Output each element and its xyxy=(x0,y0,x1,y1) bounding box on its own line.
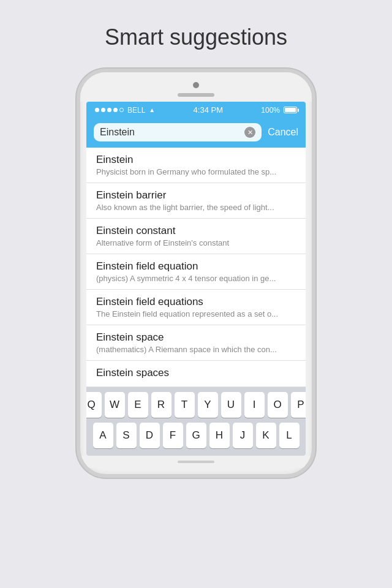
result-desc-4: The Einstein field equation represented … xyxy=(96,309,296,318)
result-item-2[interactable]: Einstein constantAlternative form of Ein… xyxy=(86,219,306,254)
phone-top-bar xyxy=(80,72,312,102)
key-j[interactable]: J xyxy=(233,423,253,448)
key-k[interactable]: K xyxy=(256,423,276,448)
camera-dot xyxy=(193,82,199,88)
battery-icon xyxy=(284,107,297,113)
result-item-6[interactable]: Einstein spaces xyxy=(86,361,306,387)
result-desc-0: Physicist born in Germany who formulated… xyxy=(96,167,296,176)
result-title-0: Einstein xyxy=(96,154,296,166)
speaker-grille xyxy=(178,93,214,97)
key-i[interactable]: I xyxy=(244,392,265,418)
key-t[interactable]: T xyxy=(175,392,195,418)
status-right: 100% xyxy=(261,106,297,115)
result-item-4[interactable]: Einstein field equationsThe Einstein fie… xyxy=(86,290,306,325)
key-l[interactable]: L xyxy=(279,423,300,448)
search-input[interactable] xyxy=(100,127,241,138)
signal-dot-3 xyxy=(107,108,111,112)
signal-dot-2 xyxy=(101,108,105,112)
result-title-5: Einstein space xyxy=(96,331,296,344)
status-bar: BELL ▲ 4:34 PM 100% xyxy=(86,102,306,118)
result-title-1: Einstein barrier xyxy=(96,189,296,202)
search-input-wrapper[interactable]: ✕ xyxy=(94,123,262,141)
result-title-3: Einstein field equation xyxy=(96,260,296,273)
result-item-0[interactable]: EinsteinPhysicist born in Germany who fo… xyxy=(86,148,306,183)
key-a[interactable]: A xyxy=(93,423,113,448)
result-title-6: Einstein spaces xyxy=(96,367,296,379)
result-title-4: Einstein field equations xyxy=(96,296,296,308)
signal-dots xyxy=(95,108,124,112)
key-g[interactable]: G xyxy=(186,423,206,448)
key-d[interactable]: D xyxy=(140,423,160,448)
key-f[interactable]: F xyxy=(163,423,183,448)
key-w[interactable]: W xyxy=(105,392,125,418)
key-h[interactable]: H xyxy=(209,423,230,448)
phone-shell: BELL ▲ 4:34 PM 100% ✕ Cancel Ei xyxy=(77,69,315,478)
home-indicator xyxy=(178,461,214,463)
search-bar: ✕ Cancel xyxy=(86,118,306,148)
result-item-3[interactable]: Einstein field equation(physics) A symme… xyxy=(86,254,306,290)
signal-dot-5 xyxy=(119,108,124,112)
carrier-label: BELL xyxy=(127,106,145,115)
status-time: 4:34 PM xyxy=(194,105,223,115)
key-q[interactable]: Q xyxy=(86,392,102,418)
result-desc-3: (physics) A symmetric 4 x 4 tensor equat… xyxy=(96,274,296,283)
results-list: EinsteinPhysicist born in Germany who fo… xyxy=(86,148,306,387)
search-clear-button[interactable]: ✕ xyxy=(244,127,255,138)
wifi-icon: ▲ xyxy=(149,107,155,113)
status-left: BELL ▲ xyxy=(95,106,155,115)
battery-body xyxy=(284,107,297,113)
signal-dot-1 xyxy=(95,108,99,112)
battery-fill xyxy=(285,108,296,112)
key-e[interactable]: E xyxy=(128,392,148,418)
cancel-button[interactable]: Cancel xyxy=(268,127,298,138)
page-title: Smart suggestions xyxy=(105,24,287,50)
battery-percent: 100% xyxy=(261,106,280,115)
key-o[interactable]: O xyxy=(268,392,288,418)
result-title-2: Einstein constant xyxy=(96,225,296,237)
phone-bottom xyxy=(80,456,312,468)
result-desc-2: Alternative form of Einstein's constant xyxy=(96,238,296,247)
keyboard: Q W E R T Y U I O P A S D F G H J K L xyxy=(86,387,306,456)
result-desc-1: Also known as the light barrier, the spe… xyxy=(96,203,296,212)
key-s[interactable]: S xyxy=(116,423,137,448)
key-p[interactable]: P xyxy=(291,392,306,418)
key-r[interactable]: R xyxy=(151,392,172,418)
key-u[interactable]: U xyxy=(221,392,241,418)
keyboard-row-1: Q W E R T Y U I O P xyxy=(89,392,303,418)
result-item-5[interactable]: Einstein space(mathematics) A Riemann sp… xyxy=(86,325,306,361)
phone-screen: BELL ▲ 4:34 PM 100% ✕ Cancel Ei xyxy=(86,102,306,456)
result-item-1[interactable]: Einstein barrierAlso known as the light … xyxy=(86,183,306,219)
signal-dot-4 xyxy=(113,108,118,112)
keyboard-row-2: A S D F G H J K L xyxy=(89,423,303,448)
key-y[interactable]: Y xyxy=(198,392,218,418)
result-desc-5: (mathematics) A Riemann space in which t… xyxy=(96,345,296,354)
